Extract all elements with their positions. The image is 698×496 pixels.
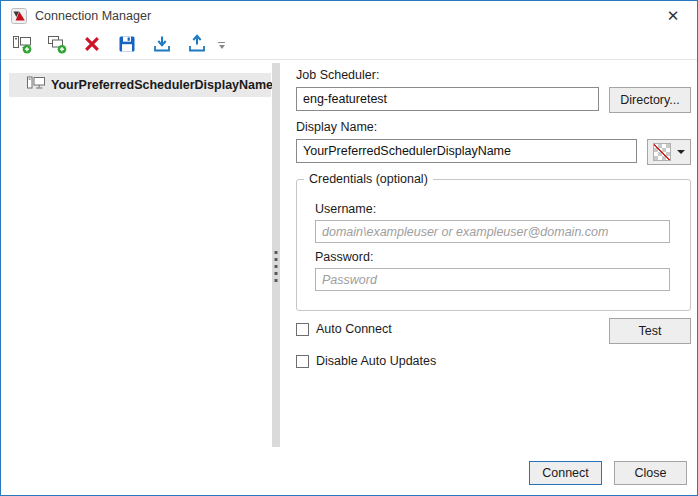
- add-connection-button[interactable]: [11, 34, 33, 56]
- title-bar: Connection Manager ✕: [1, 1, 697, 31]
- app-logo-icon: [11, 8, 27, 24]
- job-scheduler-input[interactable]: [296, 87, 599, 111]
- window-close-button[interactable]: ✕: [655, 3, 691, 29]
- window-title: Connection Manager: [35, 9, 151, 23]
- no-color-swatch-icon: [653, 143, 671, 161]
- panel-splitter[interactable]: [272, 63, 280, 447]
- export-connections-button[interactable]: [186, 34, 208, 56]
- import-connections-button[interactable]: [151, 34, 173, 56]
- directory-button[interactable]: Directory...: [609, 87, 691, 113]
- username-label: Username:: [315, 202, 376, 216]
- toolbar-overflow-button[interactable]: [217, 40, 226, 50]
- chevron-down-icon: [677, 150, 685, 154]
- chevron-down-icon: [219, 45, 225, 49]
- save-floppy-icon: [118, 35, 136, 56]
- disable-auto-updates-label: Disable Auto Updates: [316, 354, 436, 368]
- computers-add-icon: [47, 34, 67, 57]
- password-label: Password:: [315, 250, 373, 264]
- credentials-groupbox: Credentials (optional) Username: Passwor…: [296, 179, 691, 311]
- disable-auto-updates-checkbox[interactable]: Disable Auto Updates: [296, 354, 436, 368]
- auto-connect-label: Auto Connect: [316, 322, 392, 336]
- computer-icon: [26, 76, 46, 94]
- save-connections-button[interactable]: [116, 34, 138, 56]
- job-scheduler-label: Job Scheduler:: [296, 68, 379, 82]
- overflow-bar-icon: [218, 42, 225, 43]
- toolbar: [1, 31, 697, 59]
- checkbox-unchecked-icon: [296, 323, 309, 336]
- display-name-label: Display Name:: [296, 120, 377, 134]
- delete-connection-button[interactable]: [81, 34, 103, 56]
- auto-connect-checkbox[interactable]: Auto Connect: [296, 322, 392, 336]
- computer-add-icon: [12, 34, 32, 57]
- display-name-input[interactable]: [296, 139, 637, 163]
- connection-form: Job Scheduler: Directory... Display Name…: [296, 63, 691, 447]
- connection-name: YourPreferredSchedulerDisplayName: [51, 78, 273, 92]
- password-input[interactable]: [315, 268, 670, 291]
- close-button[interactable]: Close: [614, 461, 687, 485]
- add-connection-group-button[interactable]: [46, 34, 68, 56]
- connection-list: YourPreferredSchedulerDisplayName*: [9, 63, 271, 447]
- checkbox-unchecked-icon: [296, 355, 309, 368]
- import-arrow-icon: [152, 34, 172, 57]
- credentials-legend: Credentials (optional): [304, 172, 433, 186]
- connect-button[interactable]: Connect: [529, 461, 602, 485]
- test-button[interactable]: Test: [609, 318, 691, 344]
- export-arrow-icon: [187, 34, 207, 57]
- username-input[interactable]: [315, 220, 670, 243]
- delete-x-icon: [83, 35, 101, 56]
- connection-manager-dialog: Connection Manager ✕: [0, 0, 698, 496]
- splitter-grip-icon: [275, 251, 278, 286]
- color-picker-button[interactable]: [647, 139, 691, 165]
- connection-list-item-selected[interactable]: YourPreferredSchedulerDisplayName*: [9, 73, 271, 97]
- toolbar-separator: [1, 59, 697, 60]
- close-icon: ✕: [667, 7, 680, 25]
